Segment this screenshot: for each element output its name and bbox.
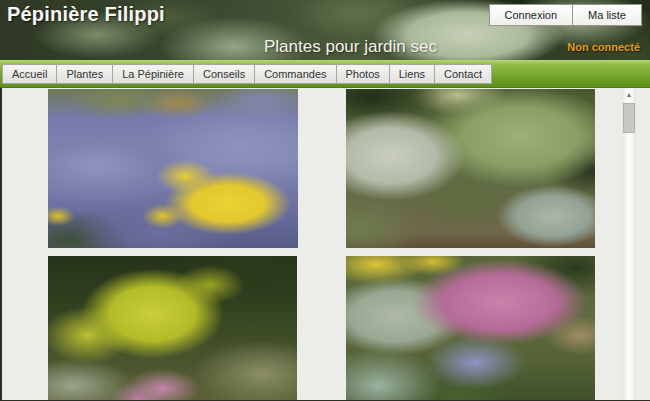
- scrollbar-thumb[interactable]: [623, 103, 635, 133]
- page: Pépinière Filippi Plantes pour jardin se…: [0, 0, 650, 401]
- gallery-photo-cistus-border[interactable]: [346, 256, 595, 400]
- connection-status-badge: Non connecté: [567, 41, 640, 53]
- scrollbar-track[interactable]: ▲: [622, 88, 636, 400]
- nav-tab-conseils[interactable]: Conseils: [193, 64, 255, 84]
- account-buttons: Connexion Ma liste: [489, 4, 643, 26]
- page-subtitle: Plantes pour jardin sec: [264, 37, 437, 57]
- header-banner: Pépinière Filippi Plantes pour jardin se…: [0, 0, 650, 60]
- connexion-button[interactable]: Connexion: [489, 4, 574, 26]
- nav-tab-la-pepiniere[interactable]: La Pépinière: [112, 64, 194, 84]
- nav-tab-commandes[interactable]: Commandes: [254, 64, 336, 84]
- nav-tabs: Accueil Plantes La Pépinière Conseils Co…: [0, 60, 650, 84]
- nav-tab-photos[interactable]: Photos: [336, 64, 390, 84]
- ma-liste-button[interactable]: Ma liste: [572, 4, 642, 26]
- nav-tab-plantes[interactable]: Plantes: [56, 64, 113, 84]
- main-content: ▲: [2, 88, 650, 400]
- main-navbar: Accueil Plantes La Pépinière Conseils Co…: [0, 60, 650, 88]
- gallery-photo-silver-shrubs[interactable]: [346, 89, 595, 248]
- nav-tab-liens[interactable]: Liens: [389, 64, 435, 84]
- nav-tab-accueil[interactable]: Accueil: [2, 64, 57, 84]
- gallery-photo-euphorbia[interactable]: [48, 256, 297, 400]
- gallery-photo-lavender-achillea[interactable]: [48, 89, 298, 248]
- nav-tab-contact[interactable]: Contact: [434, 64, 492, 84]
- site-title: Pépinière Filippi: [7, 3, 165, 26]
- scrollbar-up-arrow-icon[interactable]: ▲: [622, 90, 636, 99]
